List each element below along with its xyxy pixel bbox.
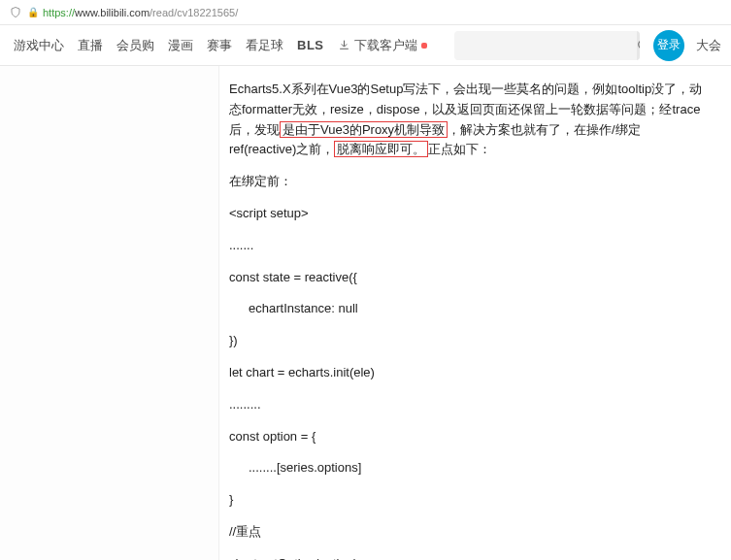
code-line: chart.setOption(option);	[229, 554, 708, 560]
nav-manga[interactable]: 漫画	[168, 37, 193, 54]
code-line: .......	[229, 236, 708, 256]
code-block-before: <script setup> ....... const state = rea…	[229, 204, 708, 560]
url-text[interactable]: https://www.bilibili.com/read/cv18221565…	[43, 7, 238, 18]
top-nav: 游戏中心 直播 会员购 漫画 赛事 看足球 BLS 下载客户端 登录 大会	[0, 25, 731, 66]
nav-big-member[interactable]: 大会	[696, 37, 721, 54]
nav-game-center[interactable]: 游戏中心	[14, 37, 64, 54]
nav-live[interactable]: 直播	[78, 37, 103, 54]
before-bind-label: 在绑定前：	[229, 172, 708, 192]
article-content: Echarts5.X系列在Vue3的Setup写法下，会出现一些莫名的问题，例如…	[219, 66, 731, 560]
code-line: echartInstance: null	[229, 299, 708, 319]
code-line: <script setup>	[229, 204, 708, 224]
lock-icon: 🔒	[27, 7, 39, 17]
code-line: const state = reactive({	[229, 268, 708, 288]
highlight-solution: 脱离响应即可。	[334, 141, 428, 157]
browser-urlbar: 🔒 https://www.bilibili.com/read/cv182215…	[0, 0, 731, 25]
login-button[interactable]: 登录	[653, 30, 684, 61]
code-line: }	[229, 490, 708, 511]
code-line: ........[series.options]	[229, 458, 708, 478]
page-body: Echarts5.X系列在Vue3的Setup写法下，会出现一些莫名的问题，例如…	[0, 66, 731, 560]
code-line: const option = {	[229, 427, 708, 447]
search-button[interactable]	[637, 31, 641, 60]
new-badge-icon	[421, 43, 427, 49]
svg-point-0	[638, 40, 640, 48]
search-icon	[637, 39, 641, 52]
nav-football[interactable]: 看足球	[246, 37, 283, 54]
shield-icon	[10, 6, 21, 18]
highlight-cause: 是由于Vue3的Proxy机制导致	[280, 121, 448, 138]
code-line: //重点	[229, 522, 708, 543]
left-gutter	[0, 66, 219, 560]
download-icon	[338, 39, 350, 51]
search-input[interactable]	[454, 31, 637, 60]
nav-esports[interactable]: 赛事	[207, 37, 232, 54]
intro-paragraph: Echarts5.X系列在Vue3的Setup写法下，会出现一些莫名的问题，例如…	[229, 80, 708, 160]
nav-bls[interactable]: BLS	[297, 38, 324, 52]
code-line: .........	[229, 395, 708, 415]
nav-download-client[interactable]: 下载客户端	[338, 37, 427, 54]
search-box	[454, 31, 641, 60]
code-line: })	[229, 331, 708, 351]
code-line: let chart = echarts.init(ele)	[229, 363, 708, 383]
nav-member-shop[interactable]: 会员购	[116, 37, 154, 54]
